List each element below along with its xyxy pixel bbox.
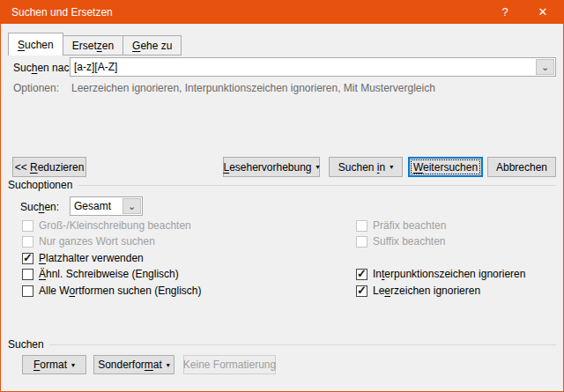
search-label: Suchen nach: [13, 62, 78, 74]
help-icon[interactable]: ? [487, 1, 523, 24]
menu-arrow-icon: ▾ [167, 362, 170, 369]
checkbox-match-prefix: Präfix beachten [356, 219, 446, 232]
checkbox-sounds-like[interactable]: Ähnl. Schreibweise (Englisch) [22, 268, 179, 280]
tab-suchen[interactable]: Suchen [8, 33, 63, 55]
find-next-button[interactable]: Weitersuchen [408, 157, 483, 177]
cancel-button[interactable]: Abbrechen [487, 157, 556, 177]
checkbox-box [22, 269, 33, 280]
dialog-title: Suchen und Ersetzen [1, 6, 487, 18]
reading-highlight-button[interactable]: Lesehervorhebung ▾ [223, 157, 320, 177]
options-value: Leerzeichen ignorieren, Interpunktionsze… [71, 82, 435, 94]
titlebar: Suchen und Ersetzen ? ✕ [1, 1, 563, 24]
format-group: Suchen [8, 338, 556, 351]
tab-ersetzen[interactable]: Ersetzen [63, 35, 123, 55]
check-icon: ✓ [357, 284, 367, 297]
menu-arrow-icon: ▾ [316, 164, 320, 171]
checkbox-box [356, 220, 367, 232]
checkbox-ignore-punctuation[interactable]: ✓ Interpunktionszeichen ignorieren [356, 268, 525, 280]
format-button[interactable]: Format ▾ [22, 355, 86, 374]
checkbox-box: ✓ [356, 285, 367, 297]
search-input[interactable]: [a-z][A-Z] ⌄ [70, 57, 556, 77]
divider [49, 344, 556, 345]
menu-arrow-icon: ▾ [390, 164, 393, 171]
checkbox-all-word-forms[interactable]: Alle Wortformen suchen (Englisch) [22, 285, 202, 297]
group-label: Suchen [8, 338, 44, 351]
checkbox-box [22, 236, 33, 248]
divider [78, 185, 556, 186]
chevron-down-icon[interactable]: ⌄ [122, 198, 141, 214]
group-label: Suchoptionen [8, 179, 72, 191]
check-icon: ✓ [23, 251, 33, 264]
search-input-value[interactable]: [a-z][A-Z] [70, 58, 535, 76]
scope-select-value[interactable]: Gesamt [70, 197, 122, 215]
checkbox-whole-word: Nur ganzes Wort suchen [22, 235, 155, 248]
options-label: Optionen: [13, 82, 59, 94]
tab-strip: Suchen Ersetzen Gehe zu [8, 33, 181, 55]
search-in-button[interactable]: Suchen in ▾ [329, 157, 403, 177]
close-icon[interactable]: ✕ [523, 1, 563, 24]
find-replace-dialog: Suchen und Ersetzen ? ✕ Suchen Ersetzen … [0, 0, 564, 392]
reduce-button[interactable]: << Reduzieren [12, 157, 86, 177]
checkbox-box: ✓ [22, 253, 33, 264]
check-icon: ✓ [357, 267, 367, 280]
scope-label: Suchen: [20, 201, 59, 213]
tab-gehe-zu[interactable]: Gehe zu [122, 35, 182, 55]
checkbox-match-case: Groß-/Kleinschreibung beachten [22, 219, 191, 232]
checkbox-use-wildcards[interactable]: ✓ Platzhalter verwenden [22, 252, 144, 264]
search-options-group: Suchoptionen [8, 179, 556, 191]
chevron-down-icon[interactable]: ⌄ [536, 59, 554, 75]
checkbox-box: ✓ [356, 269, 367, 280]
checkbox-box [22, 285, 33, 297]
special-format-button[interactable]: Sonderformat ▾ [93, 355, 174, 374]
scope-select[interactable]: Gesamt ⌄ [70, 196, 143, 216]
checkbox-ignore-whitespace[interactable]: ✓ Leerzeichen ignorieren [356, 285, 480, 297]
checkbox-match-suffix: Suffix beachten [356, 235, 446, 248]
no-formatting-button: Keine Formatierung [183, 355, 276, 374]
checkbox-box [22, 220, 33, 232]
checkbox-box [356, 236, 367, 248]
menu-arrow-icon: ▾ [71, 362, 75, 369]
